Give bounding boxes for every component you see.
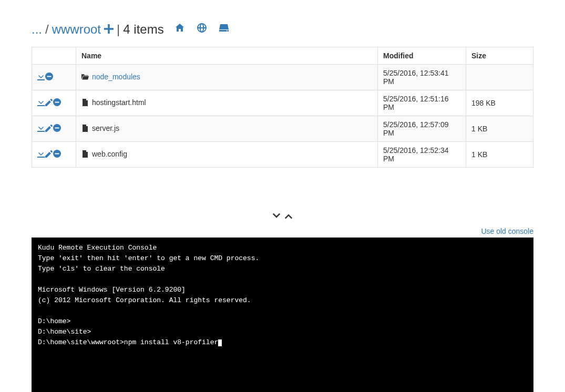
edit-icon[interactable] bbox=[45, 150, 53, 159]
breadcrumb-divider: | bbox=[117, 22, 120, 37]
actions-cell bbox=[32, 90, 76, 116]
terminal[interactable]: Kudu Remote Execution Console Type 'exit… bbox=[32, 238, 533, 392]
terminal-cursor bbox=[218, 339, 222, 346]
chevron-up-icon[interactable] bbox=[284, 212, 293, 224]
size-cell: 198 KB bbox=[466, 90, 533, 116]
modified-cell: 5/25/2016, 12:53:41 PM bbox=[378, 65, 466, 90]
download-icon[interactable] bbox=[37, 150, 45, 159]
file-icon bbox=[81, 125, 89, 133]
table-header-row: Name Modified Size bbox=[32, 47, 533, 65]
delete-icon[interactable] bbox=[45, 73, 53, 82]
name-cell: hostingstart.html bbox=[76, 90, 378, 116]
col-modified-header: Modified bbox=[378, 47, 466, 65]
table-row: web.config5/25/2016, 12:52:34 PM1 KB bbox=[32, 142, 533, 168]
home-icon[interactable] bbox=[174, 23, 185, 36]
col-actions-header bbox=[32, 47, 76, 65]
download-icon[interactable] bbox=[37, 73, 45, 82]
table-row: hostingstart.html5/25/2016, 12:51:16 PM1… bbox=[32, 90, 533, 116]
file-name: server.js bbox=[92, 124, 119, 132]
breadcrumb: ... / wwwroot | 4 items bbox=[32, 21, 533, 37]
delete-icon[interactable] bbox=[53, 98, 61, 108]
actions-cell bbox=[32, 65, 76, 90]
chevron-down-icon[interactable] bbox=[272, 212, 281, 224]
breadcrumb-separator: / bbox=[45, 22, 49, 37]
edit-icon[interactable] bbox=[45, 125, 53, 133]
table-row: server.js5/25/2016, 12:57:09 PM1 KB bbox=[32, 116, 533, 142]
size-cell: 1 KB bbox=[466, 116, 533, 142]
breadcrumb-ellipsis[interactable]: ... bbox=[32, 22, 42, 37]
size-cell: 1 KB bbox=[466, 142, 533, 168]
globe-icon[interactable] bbox=[197, 23, 207, 36]
file-name: hostingstart.html bbox=[92, 98, 146, 107]
delete-icon[interactable] bbox=[53, 150, 61, 159]
add-button[interactable] bbox=[104, 21, 114, 37]
download-icon[interactable] bbox=[37, 99, 45, 108]
breadcrumb-current[interactable]: wwwroot bbox=[52, 22, 101, 37]
console-toggle bbox=[32, 212, 533, 224]
item-count: 4 items bbox=[123, 22, 163, 37]
file-name[interactable]: node_modules bbox=[92, 73, 140, 81]
modified-cell: 5/25/2016, 12:51:16 PM bbox=[378, 90, 466, 116]
actions-cell bbox=[32, 142, 76, 168]
folder-icon bbox=[81, 74, 89, 82]
actions-cell bbox=[32, 116, 76, 142]
modified-cell: 5/25/2016, 12:52:34 PM bbox=[378, 142, 466, 168]
name-cell[interactable]: node_modules bbox=[76, 65, 378, 90]
col-size-header: Size bbox=[466, 47, 533, 65]
col-name-header: Name bbox=[76, 47, 378, 65]
download-icon[interactable] bbox=[37, 125, 45, 133]
file-icon bbox=[81, 99, 89, 108]
table-row: node_modules5/25/2016, 12:53:41 PM bbox=[32, 65, 533, 90]
file-icon bbox=[81, 151, 89, 159]
name-cell: server.js bbox=[76, 116, 378, 142]
delete-icon[interactable] bbox=[53, 124, 61, 133]
file-name: web.config bbox=[92, 150, 127, 158]
use-old-console-link[interactable]: Use old console bbox=[481, 227, 533, 235]
file-table: Name Modified Size node_modules5/25/2016… bbox=[32, 47, 533, 168]
name-cell: web.config bbox=[76, 142, 378, 168]
edit-icon[interactable] bbox=[45, 99, 53, 108]
size-cell bbox=[466, 65, 533, 90]
disk-icon[interactable] bbox=[219, 23, 229, 36]
modified-cell: 5/25/2016, 12:57:09 PM bbox=[378, 116, 466, 142]
